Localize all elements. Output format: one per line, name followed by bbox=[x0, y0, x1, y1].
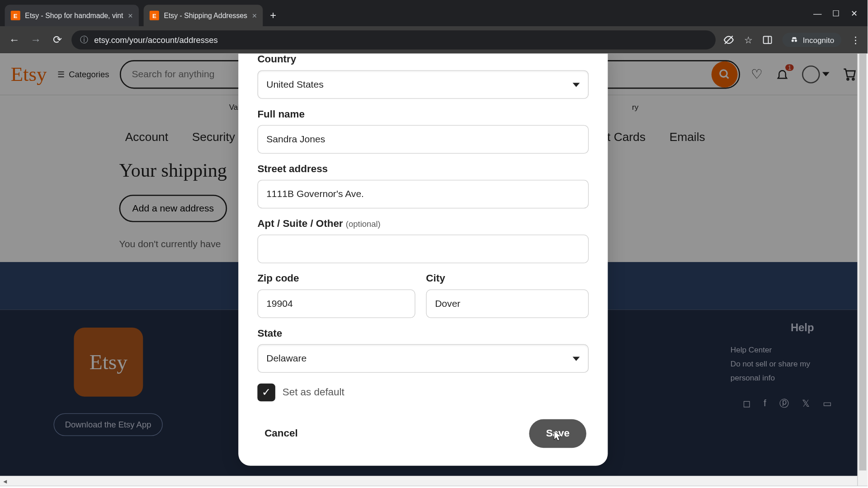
maximize-icon[interactable]: ☐ bbox=[832, 8, 840, 18]
default-checkbox-label: Set as default bbox=[283, 386, 344, 398]
incognito-badge[interactable]: Incognito bbox=[783, 33, 841, 47]
cancel-button[interactable]: Cancel bbox=[260, 422, 303, 446]
svg-rect-1 bbox=[764, 36, 772, 43]
address-bar[interactable]: ⓘ etsy.com/your/account/addresses bbox=[71, 30, 716, 49]
back-button[interactable]: ← bbox=[7, 33, 22, 46]
street-input[interactable] bbox=[257, 180, 589, 208]
city-label: City bbox=[426, 273, 589, 285]
apt-input[interactable] bbox=[257, 235, 589, 263]
browser-tab-strip: E Etsy - Shop for handmade, vint × E Ets… bbox=[0, 0, 868, 26]
browser-menu-icon[interactable]: ⋮ bbox=[851, 34, 860, 46]
etsy-favicon-icon: E bbox=[150, 11, 159, 20]
close-icon[interactable]: × bbox=[128, 11, 133, 20]
browser-toolbar: ← → ⟳ ⓘ etsy.com/your/account/addresses … bbox=[0, 26, 868, 54]
vertical-scrollbar[interactable] bbox=[858, 54, 868, 486]
close-window-icon[interactable]: ✕ bbox=[851, 8, 858, 18]
tab-title: Etsy - Shipping Addresses bbox=[164, 11, 247, 19]
site-info-icon[interactable]: ⓘ bbox=[80, 34, 88, 45]
street-label: Street address bbox=[257, 163, 589, 175]
minimize-icon[interactable]: ― bbox=[813, 8, 821, 18]
page-content: Etsy ☰ Categories ♡ 1 bbox=[0, 54, 868, 486]
country-label: Country bbox=[257, 54, 589, 66]
fullname-label: Full name bbox=[257, 108, 589, 120]
bookmark-star-icon[interactable]: ☆ bbox=[744, 34, 752, 46]
zip-label: Zip code bbox=[257, 273, 415, 285]
horizontal-scrollbar[interactable]: ◄ bbox=[0, 476, 858, 486]
close-icon[interactable]: × bbox=[252, 11, 257, 20]
apt-label: Apt / Suite / Other (optional) bbox=[257, 218, 589, 230]
chevron-down-icon bbox=[573, 83, 580, 87]
tab-title: Etsy - Shop for handmade, vint bbox=[25, 11, 123, 19]
svg-point-3 bbox=[792, 39, 794, 42]
chevron-down-icon bbox=[573, 357, 580, 361]
scroll-left-icon[interactable]: ◄ bbox=[0, 478, 10, 484]
state-label: State bbox=[257, 328, 589, 339]
svg-point-4 bbox=[795, 39, 797, 42]
save-button[interactable]: Save bbox=[529, 419, 586, 448]
url-text: etsy.com/your/account/addresses bbox=[94, 35, 218, 45]
browser-tab-2[interactable]: E Etsy - Shipping Addresses × bbox=[144, 5, 263, 26]
browser-tab-1[interactable]: E Etsy - Shop for handmade, vint × bbox=[5, 5, 139, 26]
incognito-eye-icon[interactable] bbox=[723, 34, 735, 46]
country-select[interactable]: United States bbox=[257, 70, 589, 99]
zip-input[interactable] bbox=[257, 290, 415, 318]
state-select[interactable]: Delaware bbox=[257, 344, 589, 373]
reload-button[interactable]: ⟳ bbox=[50, 33, 65, 47]
etsy-favicon-icon: E bbox=[11, 11, 20, 20]
new-tab-button[interactable]: + bbox=[270, 9, 276, 22]
forward-button[interactable]: → bbox=[28, 33, 43, 46]
default-checkbox[interactable]: ✓ bbox=[257, 384, 275, 402]
fullname-input[interactable] bbox=[257, 125, 589, 154]
address-modal: Country United States Full name Street a… bbox=[238, 54, 608, 466]
city-input[interactable] bbox=[426, 290, 589, 318]
window-controls: ― ☐ ✕ bbox=[813, 8, 868, 18]
side-panel-icon[interactable] bbox=[762, 34, 773, 45]
